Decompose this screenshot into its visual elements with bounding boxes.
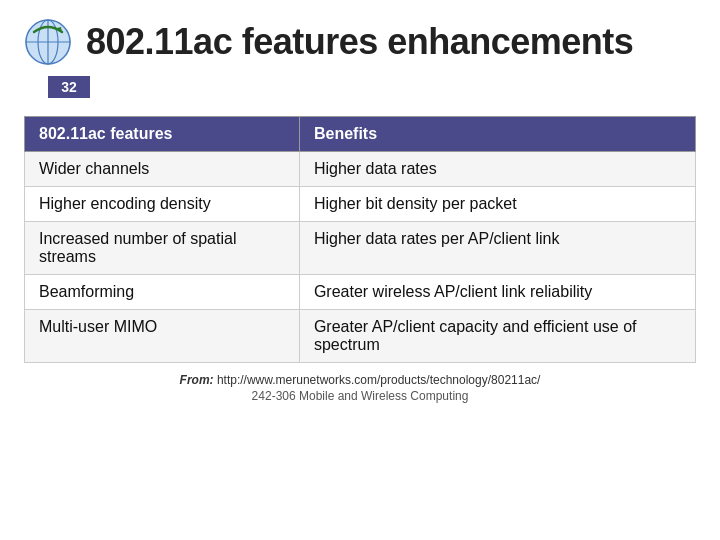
col2-header: Benefits <box>299 117 695 152</box>
benefit-cell: Greater wireless AP/client link reliabil… <box>299 275 695 310</box>
benefit-cell: Higher data rates <box>299 152 695 187</box>
table-row: Increased number of spatial streamsHighe… <box>25 222 696 275</box>
table-row: BeamformingGreater wireless AP/client li… <box>25 275 696 310</box>
table-row: Wider channelsHigher data rates <box>25 152 696 187</box>
table-row: Higher encoding densityHigher bit densit… <box>25 187 696 222</box>
source-url: http://www.merunetworks.com/products/tec… <box>217 373 541 387</box>
col1-header: 802.11ac features <box>25 117 300 152</box>
feature-cell: Multi-user MIMO <box>25 310 300 363</box>
benefit-cell: Higher bit density per packet <box>299 187 695 222</box>
table-row: Multi-user MIMOGreater AP/client capacit… <box>25 310 696 363</box>
slide-number: 32 <box>48 76 90 98</box>
source-line: From: http://www.merunetworks.com/produc… <box>24 373 696 387</box>
page-header: 802.11ac features enhancements <box>0 0 720 76</box>
feature-cell: Higher encoding density <box>25 187 300 222</box>
feature-cell: Wider channels <box>25 152 300 187</box>
features-table-container: 802.11ac features Benefits Wider channel… <box>24 116 696 363</box>
features-table: 802.11ac features Benefits Wider channel… <box>24 116 696 363</box>
benefit-cell: Greater AP/client capacity and efficient… <box>299 310 695 363</box>
from-label: From: <box>180 373 214 387</box>
feature-cell: Beamforming <box>25 275 300 310</box>
table-header-row: 802.11ac features Benefits <box>25 117 696 152</box>
logo-icon <box>24 18 72 66</box>
feature-cell: Increased number of spatial streams <box>25 222 300 275</box>
benefit-cell: Higher data rates per AP/client link <box>299 222 695 275</box>
footer: From: http://www.merunetworks.com/produc… <box>24 373 696 403</box>
page-title: 802.11ac features enhancements <box>86 21 633 63</box>
course-label: 242-306 Mobile and Wireless Computing <box>24 389 696 403</box>
